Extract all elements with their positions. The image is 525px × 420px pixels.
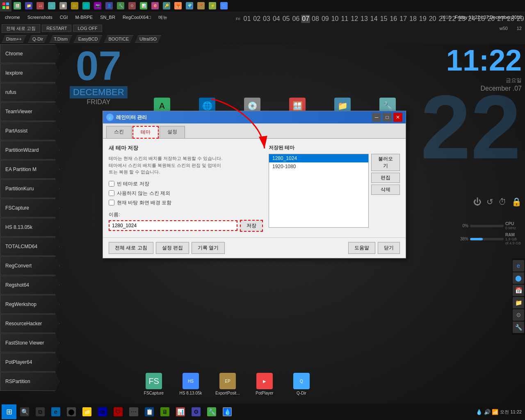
dock-chrome-icon[interactable]: ⬤ xyxy=(513,272,524,284)
top-icon-6[interactable]: Br xyxy=(69,0,80,11)
refresh-all-btn[interactable]: 전체 새로 고침 xyxy=(109,242,153,254)
top-icon-18[interactable]: ⚡ xyxy=(207,0,218,11)
desktop-icon-hs[interactable]: HS HS 8.13.05k xyxy=(176,373,205,395)
logoff-btn[interactable]: LOG OFF xyxy=(73,25,102,32)
sidebar-item-partitionkuru[interactable]: PartitionKuru xyxy=(0,179,59,198)
sidebar-item-regshot[interactable]: Regshot64 xyxy=(0,276,59,294)
sidebar-item-potplayer[interactable]: PotPlayer64 xyxy=(0,353,59,372)
menu-cgi[interactable]: CGI xyxy=(57,14,71,21)
sidebar-item-partitionwizard[interactable]: PartitionWizard xyxy=(0,141,59,160)
save-theme-btn[interactable]: 저장 xyxy=(240,220,263,232)
theme-name-input[interactable] xyxy=(109,220,237,231)
shutdown-btn[interactable]: 전체 새로 고침 xyxy=(2,24,40,33)
sidebar-item-rspartition[interactable]: RSPartition xyxy=(0,372,59,391)
easybcd-btn[interactable]: EasyBCD xyxy=(74,35,103,43)
menu-chrome[interactable]: chrome xyxy=(2,14,23,21)
sidebar-item-regconvert[interactable]: RegConvert xyxy=(0,256,59,275)
menu-menu[interactable]: 메뉴 xyxy=(155,14,171,21)
bootice-btn[interactable]: BOOTICE xyxy=(104,35,133,43)
tab-skin[interactable]: 스킨 xyxy=(106,126,132,138)
taskbar-app2[interactable]: 🖥 xyxy=(158,404,172,419)
power-icon[interactable]: ⏻ xyxy=(473,197,482,207)
top-icon-12[interactable]: 📊 xyxy=(138,0,149,11)
sidebar-item-partassist[interactable]: PartAssist xyxy=(0,121,59,140)
menu-regcool[interactable]: RegCoolX64□ xyxy=(119,14,154,21)
checkbox-exclude-unused-input[interactable] xyxy=(109,190,114,196)
theme-item-1920[interactable]: 1920-1080 xyxy=(269,162,368,171)
sidebar-item-teamviewer[interactable]: TeamViewer xyxy=(0,102,59,121)
tdism-btn[interactable]: T.Dism xyxy=(49,35,72,43)
sidebar-item-chrome[interactable]: Chrome xyxy=(0,44,59,63)
sidebar-item-hs[interactable]: HS 8.13.05k xyxy=(0,218,59,237)
taskbar-security[interactable]: 🛡 xyxy=(111,404,126,419)
taskbar-app1[interactable]: 📋 xyxy=(142,404,157,419)
top-icon-3[interactable]: 🗂 xyxy=(34,0,46,11)
taskbar-rainmeter[interactable]: 💧 xyxy=(220,404,235,419)
start-button[interactable]: ⊞ xyxy=(2,404,16,419)
top-icon-11[interactable]: ⚙ xyxy=(126,0,138,11)
top-icon-17[interactable]: 📍 xyxy=(195,0,207,11)
menu-mbrpe[interactable]: M-BRPE xyxy=(72,14,96,21)
dock-tools-icon[interactable]: 🔧 xyxy=(513,322,524,333)
maximize-btn[interactable]: □ xyxy=(383,113,392,122)
qdir-btn[interactable]: Q-Dir xyxy=(28,35,48,43)
taskbar-taskview[interactable]: ⧉ xyxy=(33,404,48,419)
delete-theme-btn[interactable]: 삭제 xyxy=(371,185,400,195)
sidebar-item-fscapture[interactable]: FSCapture xyxy=(0,199,59,217)
taskbar-time[interactable]: 오전 11:22 xyxy=(500,409,522,415)
lock-icon[interactable]: 🔒 xyxy=(511,197,522,207)
restart-btn[interactable]: RESTART xyxy=(42,25,71,32)
load-theme-btn[interactable]: 불러오기 xyxy=(371,154,400,171)
tab-settings[interactable]: 설정 xyxy=(160,126,185,138)
sidebar-item-iexplore[interactable]: Iexplore xyxy=(0,64,59,82)
taskbar-more[interactable]: ⋯ xyxy=(126,404,141,419)
desktop-icon-fscapture[interactable]: FS FSCapture xyxy=(139,373,168,395)
taskbar-explorer[interactable]: 📁 xyxy=(80,404,94,419)
sidebar-item-resourcehacker[interactable]: ResourceHacker xyxy=(0,314,59,333)
timer-icon[interactable]: ⏱ xyxy=(498,197,507,207)
top-icon-15[interactable]: 🦊 xyxy=(172,0,184,11)
windows-logo[interactable] xyxy=(0,0,11,11)
taskbar-app4[interactable]: ⚙ xyxy=(189,404,203,419)
help-btn[interactable]: 도움말 xyxy=(348,242,375,254)
top-icon-8[interactable]: 📷 xyxy=(92,0,103,11)
top-icon-10[interactable]: 🔧 xyxy=(115,0,126,11)
checkbox-empty-theme-input[interactable] xyxy=(109,181,114,187)
dock-ie-icon[interactable]: e xyxy=(513,260,524,272)
refresh-icon[interactable]: ↺ xyxy=(486,197,493,207)
sidebar-item-eapartition[interactable]: EA Partition M xyxy=(0,160,59,179)
checkbox-include-wallpaper-input[interactable] xyxy=(109,200,114,205)
menu-snbr[interactable]: SN_BR xyxy=(97,14,119,21)
dock-cal-icon[interactable]: 📅 xyxy=(513,285,524,296)
close-btn[interactable]: ✕ xyxy=(393,113,402,122)
themes-list[interactable]: 1280_1024 1920-1080 xyxy=(269,154,369,228)
taskbar-store[interactable]: 🛍 xyxy=(95,404,110,419)
top-icon-2[interactable]: 📁 xyxy=(23,0,34,11)
menu-screenshots[interactable]: Screenshots xyxy=(24,14,56,21)
taskbar-search[interactable]: 🔍 xyxy=(17,404,32,419)
taskbar-app5[interactable]: 🔧 xyxy=(204,404,219,419)
top-icon-4[interactable]: A xyxy=(46,0,57,11)
top-icon-19[interactable]: 🛡 xyxy=(218,0,230,11)
desktop-icon-export[interactable]: EP ExportPosit... xyxy=(213,373,242,395)
open-log-btn[interactable]: 기록 열기 xyxy=(192,242,225,254)
desktop-icon-potplayer[interactable]: ▶ PotPlayer xyxy=(250,373,279,395)
dock-settings-icon[interactable]: ⚙ xyxy=(513,309,524,321)
desktop-icon-qdir[interactable]: Q Q-Dir xyxy=(287,373,316,395)
dism-btn[interactable]: Dism++ xyxy=(2,35,26,43)
top-icon-7[interactable]: 🌐 xyxy=(80,0,92,11)
sidebar-item-rufus[interactable]: rufus xyxy=(0,83,59,102)
dock-folder-icon[interactable]: 📁 xyxy=(513,297,524,308)
taskbar-app3[interactable]: 📊 xyxy=(173,404,188,419)
tab-theme[interactable]: 테마 xyxy=(132,126,159,139)
taskbar-chrome-icon[interactable]: ⬤ xyxy=(64,404,79,419)
ultraiso-btn[interactable]: UltraISO xyxy=(135,35,161,43)
top-icon-1[interactable]: 🪟 xyxy=(11,0,23,11)
sidebar-item-totalcmd[interactable]: TOTALCMD64 xyxy=(0,237,59,256)
taskbar-edge[interactable]: e xyxy=(48,404,63,419)
close-dialog-btn[interactable]: 닫기 xyxy=(378,242,400,254)
top-icon-14[interactable]: 🔑 xyxy=(161,0,172,11)
top-icon-5[interactable]: 📋 xyxy=(57,0,69,11)
edit-theme-btn[interactable]: 편집 xyxy=(371,173,400,183)
top-icon-9[interactable]: 👤 xyxy=(103,0,115,11)
